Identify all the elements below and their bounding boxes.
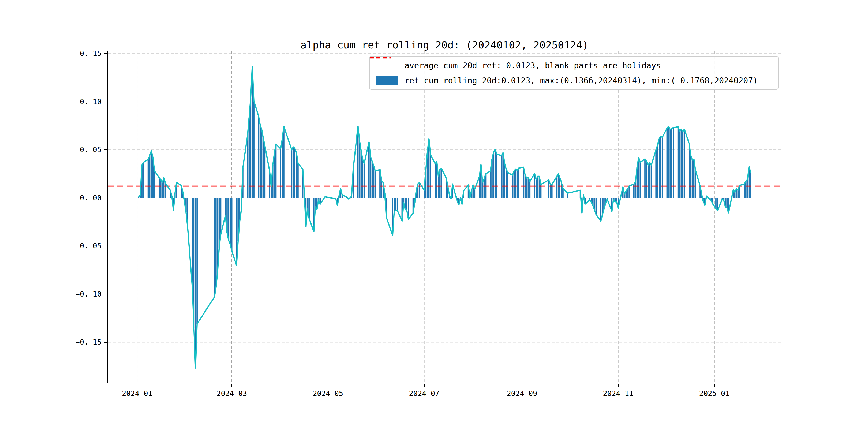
y-tick-mark	[104, 342, 107, 343]
x-tick-mark	[137, 384, 138, 388]
legend-item-average: average cum 20d ret: 0.0123, blank parts…	[376, 58, 778, 73]
x-tick-label: 2024-05	[299, 389, 358, 398]
y-tick-label: −0. 05	[61, 241, 101, 250]
y-tick-label: −0. 10	[61, 289, 101, 299]
chart-canvas	[108, 52, 781, 383]
legend-item-series: ret_cum_rolling_20d:0.0123, max:(0.1366,…	[376, 73, 778, 88]
x-tick-mark	[522, 384, 522, 388]
y-tick-mark	[104, 294, 107, 295]
x-tick-label: 2024-07	[395, 389, 454, 398]
x-tick-label: 2024-11	[589, 389, 648, 398]
x-tick-mark	[618, 384, 619, 388]
y-tick-label: 0. 05	[61, 145, 101, 154]
x-tick-label: 2024-01	[108, 389, 167, 398]
legend: average cum 20d ret: 0.0123, blank parts…	[369, 56, 778, 90]
y-tick-label: 0. 00	[61, 193, 101, 203]
figure-canvas: { "chart_data": { "type": "bar", "title"…	[0, 0, 868, 434]
legend-label-average: average cum 20d ret: 0.0123, blank parts…	[405, 61, 661, 70]
legend-label-series: ret_cum_rolling_20d:0.0123, max:(0.1366,…	[405, 76, 758, 85]
x-tick-label: 2024-03	[202, 389, 261, 398]
y-tick-mark	[104, 246, 107, 246]
y-tick-label: −0. 15	[61, 338, 101, 347]
chart-title: alpha cum ret rolling 20d: (20240102, 20…	[108, 39, 781, 51]
x-tick-mark	[328, 384, 329, 388]
y-tick-label: 0. 10	[61, 97, 101, 106]
y-tick-mark	[104, 150, 107, 150]
x-tick-label: 2024-09	[492, 389, 551, 398]
x-tick-mark	[231, 384, 232, 388]
legend-bar-patch-icon	[376, 75, 399, 85]
y-tick-label: 0. 15	[61, 49, 101, 58]
y-tick-mark	[104, 101, 107, 102]
x-tick-mark	[424, 384, 425, 388]
plot-area: average cum 20d ret: 0.0123, blank parts…	[108, 52, 781, 383]
y-tick-mark	[104, 198, 107, 198]
x-tick-label: 2025-01	[685, 389, 744, 398]
x-tick-mark	[714, 384, 715, 388]
y-tick-mark	[104, 53, 107, 54]
